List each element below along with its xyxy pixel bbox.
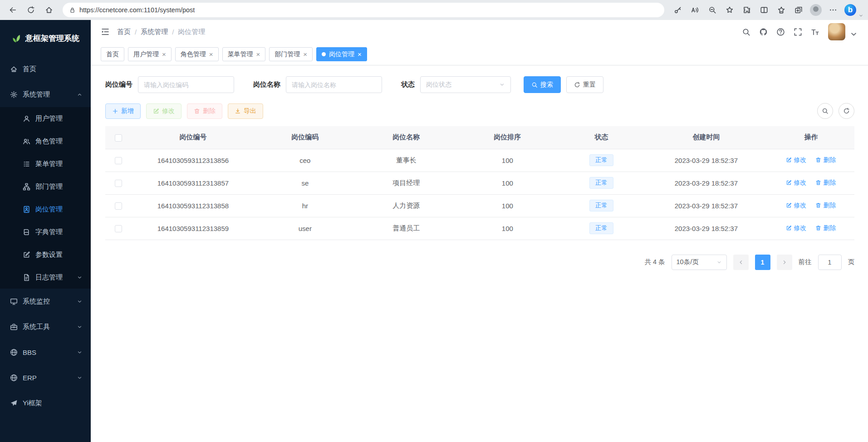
sidebar-group-log-mgmt[interactable]: 日志管理	[0, 266, 91, 289]
tab-dept-mgmt[interactable]: 部门管理 ×	[269, 47, 313, 61]
next-page-button[interactable]	[777, 255, 792, 270]
github-icon[interactable]	[759, 28, 768, 36]
row-delete-link[interactable]: 删除	[815, 224, 836, 232]
breadcrumb-home[interactable]: 首页	[117, 28, 131, 36]
sidebar-collapse-icon[interactable]	[101, 27, 110, 36]
sidebar-group-bbs[interactable]: BBS	[0, 339, 91, 365]
row-checkbox[interactable]	[115, 180, 122, 187]
split-screen-button[interactable]	[756, 2, 772, 18]
filter-post-code: 岗位编号	[105, 76, 234, 93]
row-edit-link[interactable]: 修改	[786, 156, 806, 164]
edit-button[interactable]: 修改	[146, 103, 181, 119]
app-logo[interactable]: 意框架管理系统	[0, 20, 91, 56]
tab-close-icon[interactable]: ×	[303, 51, 307, 58]
post-name-input[interactable]	[286, 76, 382, 93]
col-status: 状态	[558, 126, 645, 149]
user-avatar[interactable]	[828, 23, 845, 40]
col-post-code: 岗位编码	[255, 126, 356, 149]
header-search-icon[interactable]	[742, 28, 750, 36]
tab-close-icon[interactable]: ×	[256, 51, 260, 58]
favorites-bar-button[interactable]	[773, 2, 790, 18]
search-button-label: 搜索	[540, 81, 553, 89]
site-info-lock-icon[interactable]	[69, 7, 76, 14]
browser-profile-button[interactable]	[808, 2, 824, 18]
sidebar-item-dept-mgmt[interactable]: 部门管理	[0, 175, 91, 198]
tab-close-icon[interactable]: ×	[162, 51, 166, 58]
copilot-button[interactable]: b	[842, 2, 858, 18]
breadcrumb-system-mgmt[interactable]: 系统管理	[141, 28, 168, 36]
sidebar-item-home[interactable]: 首页	[0, 56, 91, 82]
tab-close-icon[interactable]: ×	[209, 51, 213, 58]
post-code-input[interactable]	[138, 76, 234, 93]
delete-button[interactable]: 删除	[187, 103, 222, 119]
post-mgmt-page: 岗位编号 岗位名称 状态 岗位状态 搜索	[91, 65, 868, 442]
add-favorite-button[interactable]	[721, 2, 738, 18]
extensions-button[interactable]	[739, 2, 755, 18]
export-button[interactable]: 导出	[228, 103, 263, 119]
goto-page-input[interactable]	[818, 255, 842, 270]
browser-back-button[interactable]	[5, 2, 21, 18]
table-row[interactable]: 1641030593112313856 ceo 董事长 100 正常 2023-…	[105, 149, 854, 172]
row-delete-link[interactable]: 删除	[815, 179, 836, 187]
sidebar-flyout-caret-icon[interactable]	[858, 13, 863, 18]
cell-post-id: 1641030593112313856	[132, 149, 255, 172]
help-icon[interactable]	[776, 28, 785, 36]
tab-menu-mgmt[interactable]: 菜单管理 ×	[222, 47, 266, 61]
page-number-button[interactable]: 1	[755, 255, 770, 270]
sidebar-item-param-settings[interactable]: 参数设置	[0, 243, 91, 266]
row-edit-link[interactable]: 修改	[786, 201, 806, 210]
tab-close-icon[interactable]: ×	[358, 51, 362, 58]
sidebar-item-user-mgmt[interactable]: 用户管理	[0, 107, 91, 130]
password-manager-button[interactable]	[670, 2, 686, 18]
row-delete-link[interactable]: 删除	[815, 156, 836, 164]
address-bar[interactable]: https://ccnetcore.com:1101/system/post	[63, 3, 664, 17]
zoom-button[interactable]	[704, 2, 721, 18]
browser-menu-button[interactable]	[825, 2, 841, 18]
tab-role-mgmt[interactable]: 角色管理 ×	[175, 47, 219, 61]
row-edit-link[interactable]: 修改	[786, 179, 806, 187]
row-checkbox[interactable]	[115, 225, 122, 232]
font-size-icon[interactable]	[811, 28, 819, 36]
header-actions	[742, 23, 858, 40]
add-button[interactable]: 新增	[105, 103, 141, 119]
page-size-select[interactable]: 10条/页	[672, 255, 727, 270]
row-checkbox[interactable]	[115, 157, 122, 164]
table-row[interactable]: 1641030593112313857 se 项目经理 100 正常 2023-…	[105, 172, 854, 194]
sidebar-group-erp[interactable]: ERP	[0, 365, 91, 390]
browser-home-button[interactable]	[41, 2, 57, 18]
post-table: 岗位编号 岗位编码 岗位名称 岗位排序 状态 创建时间 操作 164103059…	[105, 126, 854, 240]
browser-refresh-button[interactable]	[23, 2, 39, 18]
sidebar-item-post-mgmt[interactable]: 岗位管理	[0, 198, 91, 221]
table-row[interactable]: 1641030593112313858 hr 人力资源 100 正常 2023-…	[105, 194, 854, 217]
sidebar-item-role-mgmt[interactable]: 角色管理	[0, 130, 91, 152]
row-edit-link[interactable]: 修改	[786, 224, 806, 232]
toggle-search-button[interactable]	[817, 103, 833, 119]
select-all-checkbox[interactable]	[115, 134, 122, 142]
search-button[interactable]: 搜索	[524, 76, 561, 93]
tab-home[interactable]: 首页	[101, 47, 124, 61]
chevron-up-icon	[77, 92, 83, 98]
app-title: 意框架管理系统	[25, 33, 79, 44]
chevron-down-icon	[77, 349, 83, 355]
sidebar-group-monitor[interactable]: 系统监控	[0, 289, 91, 314]
prev-page-button[interactable]	[733, 255, 749, 270]
table-row[interactable]: 1641030593112313859 user 普通员工 100 正常 202…	[105, 217, 854, 240]
refresh-table-button[interactable]	[839, 103, 854, 119]
row-delete-link[interactable]: 删除	[815, 201, 836, 210]
read-aloud-button[interactable]	[687, 2, 703, 18]
sidebar-item-dict-mgmt[interactable]: 字典管理	[0, 221, 91, 243]
reset-button[interactable]: 重置	[566, 76, 603, 93]
tab-user-mgmt[interactable]: 用户管理 ×	[128, 47, 172, 61]
tab-post-mgmt[interactable]: 岗位管理 ×	[316, 47, 367, 61]
fullscreen-icon[interactable]	[794, 28, 802, 36]
sidebar-item-menu-mgmt[interactable]: 菜单管理	[0, 152, 91, 175]
sidebar-item-yi-framework[interactable]: Yi框架	[0, 390, 91, 416]
collections-button[interactable]	[790, 2, 807, 18]
status-select[interactable]: 岗位状态	[420, 76, 511, 93]
sidebar-group-tools[interactable]: 系统工具	[0, 314, 91, 339]
sidebar-group-system-mgmt[interactable]: 系统管理	[0, 82, 91, 107]
user-menu-caret-icon[interactable]	[849, 30, 858, 39]
breadcrumb-separator: /	[172, 28, 174, 36]
url-text[interactable]: https://ccnetcore.com:1101/system/post	[79, 6, 195, 14]
row-checkbox[interactable]	[115, 202, 122, 210]
